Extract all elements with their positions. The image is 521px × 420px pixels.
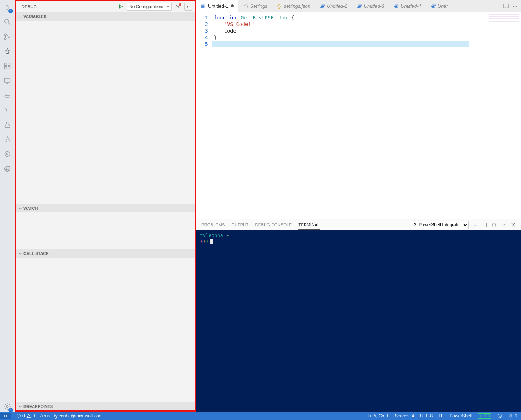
prompt-chevron: ❯ [203, 238, 206, 244]
svg-point-22 [498, 414, 502, 418]
main-area: 1 [0, 0, 521, 412]
powershell-file-icon: ▣ [393, 3, 398, 8]
token-string: "VS Code!" [224, 21, 254, 27]
token: } [214, 34, 217, 40]
status-bar: 0 0 Azure: tyleonha@microsoft.com Ln 5, … [0, 412, 521, 420]
debug-icon[interactable] [2, 46, 12, 56]
debug-config-select[interactable]: No Configurations [127, 3, 172, 11]
svg-point-2 [4, 38, 6, 40]
breakpoints-section-header[interactable]: ⌄ BREAKPOINTS [16, 402, 195, 410]
status-language[interactable]: PowerShell [449, 413, 472, 419]
callstack-label: CALL STACK [23, 251, 49, 256]
debug-console-toggle[interactable] [184, 3, 192, 11]
editor-tabs: ▣ Untitled-1 ▢ Settings {} settings.json… [196, 0, 521, 12]
search-icon[interactable] [2, 17, 12, 27]
tab-label: settings.json [284, 3, 310, 9]
remote-indicator[interactable] [0, 413, 11, 419]
extensions-icon[interactable] [2, 61, 12, 71]
status-notifications[interactable]: 1 [508, 413, 517, 419]
configure-debug-button[interactable] [174, 3, 182, 11]
editor-area: ▣ Untitled-1 ▢ Settings {} settings.json… [196, 0, 521, 412]
warning-count: 0 [33, 413, 35, 419]
svg-point-15 [7, 153, 8, 155]
app-root: 1 [0, 0, 521, 420]
tab-untitled-5[interactable]: ▣ Untit [426, 0, 452, 12]
explorer-icon[interactable]: 1 [2, 2, 12, 12]
tab-label: Untit [438, 3, 448, 9]
svg-point-3 [8, 36, 10, 38]
json-file-icon: {} [277, 3, 282, 8]
terminal-select[interactable]: 2: PowerShell Integrated Con [410, 221, 469, 229]
panel-tab-problems[interactable]: PROBLEMS [201, 223, 225, 227]
ps-version-text: 7.0 [484, 414, 490, 418]
prompt-chevron: ❯ [206, 238, 209, 244]
terminal-cursor [210, 239, 213, 244]
tab-untitled-2[interactable]: ▣ Untitled-2 [315, 0, 352, 12]
new-terminal-icon[interactable]: ＋ [473, 222, 477, 228]
close-panel-icon[interactable] [511, 222, 516, 227]
panel-tab-output[interactable]: OUTPUT [232, 223, 249, 227]
tab-untitled-3[interactable]: ▣ Untitled-3 [352, 0, 389, 12]
svg-rect-12 [7, 95, 8, 96]
terminal-user: tyleonha [200, 233, 223, 238]
line-number: 4 [196, 34, 208, 41]
remote-icon[interactable] [2, 76, 12, 86]
svg-rect-6 [5, 67, 7, 69]
code-editor[interactable]: 1 2 3 4 5 function Get-BestPSEditor { "V… [196, 12, 521, 219]
code-content[interactable]: function Get-BestPSEditor { "VS Code!" c… [212, 12, 521, 219]
azure-icon[interactable] [2, 134, 12, 145]
panel-tab-terminal[interactable]: TERMINAL [298, 223, 320, 230]
tab-settings-json[interactable]: {} settings.json [272, 0, 315, 12]
explorer-badge: 1 [8, 9, 13, 13]
misc-ext-icon[interactable] [2, 149, 12, 159]
watch-section-header[interactable]: ⌄ WATCH [16, 204, 195, 212]
settings-badge: 1 [8, 408, 13, 412]
variables-label: VARIABLES [23, 14, 47, 19]
status-feedback-icon[interactable] [497, 413, 502, 419]
split-terminal-icon[interactable] [481, 222, 487, 228]
tab-untitled-4[interactable]: ▣ Untitled-4 [389, 0, 426, 12]
status-problems[interactable]: 0 0 [16, 413, 35, 419]
line-number: 3 [196, 28, 208, 34]
more-actions-icon[interactable]: ⋯ [513, 3, 517, 9]
status-encoding[interactable]: UTF-8 [420, 413, 433, 419]
panel-tab-debug-console[interactable]: DEBUG CONSOLE [255, 223, 292, 227]
svg-rect-11 [6, 95, 7, 96]
callstack-section-header[interactable]: ⌄ CALL STACK [16, 249, 195, 258]
test-icon[interactable] [2, 120, 12, 130]
powershell-file-icon: ▣ [320, 3, 325, 8]
terminal-body[interactable]: tyleonha ~ ❯❯❯ [196, 230, 521, 412]
watch-label: WATCH [23, 206, 38, 211]
prompt-chevron: ❯ [200, 238, 203, 244]
kill-terminal-icon[interactable] [491, 222, 497, 228]
tabs-actions: ⋯ [499, 0, 521, 12]
line-number: 2 [196, 21, 208, 28]
minimap[interactable] [489, 14, 519, 22]
notification-count: 1 [515, 413, 517, 419]
scm-icon[interactable] [2, 32, 12, 42]
status-spaces[interactable]: Spaces: 4 [395, 413, 414, 419]
maximize-panel-icon[interactable] [501, 222, 506, 227]
start-debug-button[interactable] [117, 3, 124, 10]
line-highlight [212, 41, 469, 47]
status-ps-version[interactable]: 7.0 [478, 413, 491, 419]
docker-icon[interactable] [2, 90, 12, 101]
split-editor-icon[interactable] [503, 3, 509, 9]
chevron-down-icon: ⌄ [19, 15, 22, 18]
github-icon[interactable] [2, 164, 12, 174]
variables-section-header[interactable]: ⌄ VARIABLES [16, 12, 195, 21]
settings-icon[interactable]: 1 [2, 401, 12, 412]
line-gutter: 1 2 3 4 5 [196, 12, 212, 219]
powershell-ext-icon[interactable] [2, 105, 12, 115]
powershell-file-icon: ▣ [357, 3, 362, 8]
file-icon: ▢ [243, 3, 248, 8]
tab-untitled-1[interactable]: ▣ Untitled-1 [196, 0, 238, 12]
status-lncol[interactable]: Ln 5, Col 1 [368, 413, 389, 419]
svg-point-14 [5, 151, 10, 156]
status-azure[interactable]: Azure: tyleonha@microsoft.com [40, 413, 102, 419]
svg-point-18 [177, 6, 179, 7]
tab-settings[interactable]: ▢ Settings [238, 0, 272, 12]
status-eol[interactable]: LF [438, 413, 444, 419]
tab-label: Untitled-4 [401, 3, 421, 9]
chevron-down-icon: ⌄ [19, 252, 22, 255]
